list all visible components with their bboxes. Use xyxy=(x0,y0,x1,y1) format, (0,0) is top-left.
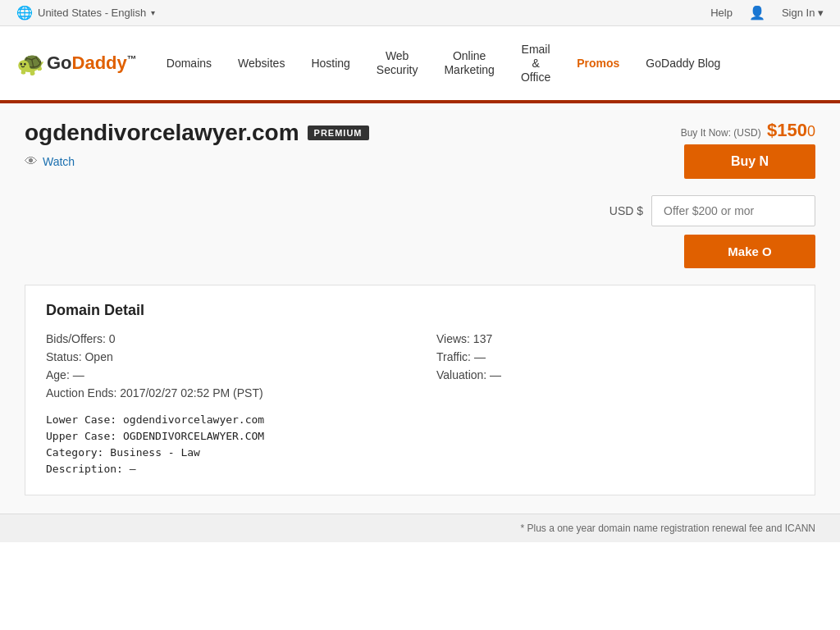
status: Status: Open xyxy=(46,350,404,363)
valuation: Valuation: — xyxy=(436,368,794,381)
domain-header-row: ogdendivorcelawyer.com PREMIUM 👁 Watch B… xyxy=(25,120,815,268)
nav-email-office[interactable]: Email&Office xyxy=(508,26,564,100)
domain-detail-heading: Domain Detail xyxy=(46,302,794,319)
eye-icon: 👁 xyxy=(25,154,38,169)
premium-badge: PREMIUM xyxy=(308,126,369,140)
price-value: $1500 xyxy=(767,120,815,140)
help-link[interactable]: Help xyxy=(710,7,733,19)
locale-selector[interactable]: 🌐 United States - English ▾ xyxy=(16,5,155,21)
footer-note: * Plus a one year domain name registrati… xyxy=(0,514,840,542)
domain-detail-grid: Bids/Offers: 0 Views: 137 Status: Open T… xyxy=(46,332,794,399)
offer-section: USD $ xyxy=(609,195,815,226)
nav-godaddy-blog[interactable]: GoDaddy Blog xyxy=(632,39,733,87)
domain-detail: Domain Detail Bids/Offers: 0 Views: 137 … xyxy=(25,285,815,495)
uppercase-row: Upper Case: OGDENDIVORCELAWYER.COM xyxy=(46,429,794,442)
locale-dropdown-arrow: ▾ xyxy=(151,8,155,17)
category-row: Category: Business - Law xyxy=(46,445,794,459)
top-bar-right: Help 👤 Sign In ▾ xyxy=(710,5,824,21)
watch-link[interactable]: 👁 Watch xyxy=(25,154,609,169)
views: Views: 137 xyxy=(436,332,794,345)
auction-ends: Auction Ends: 2017/02/27 02:52 PM (PST) xyxy=(46,386,794,399)
account-icon: 👤 xyxy=(749,5,765,21)
nav-bar: 🐢 GoDaddy™ Domains Websites Hosting WebS… xyxy=(0,26,840,103)
top-bar: 🌐 United States - English ▾ Help 👤 Sign … xyxy=(0,0,840,26)
locale-text: United States - English xyxy=(38,7,146,19)
right-panel: Buy It Now: (USD) $1500 Buy N USD $ Make… xyxy=(609,120,815,268)
description-value: — xyxy=(130,463,136,475)
bids-offers: Bids/Offers: 0 xyxy=(46,332,404,345)
domain-name-row: ogdendivorcelawyer.com PREMIUM xyxy=(25,120,609,146)
nav-promos[interactable]: Promos xyxy=(564,39,632,87)
nav-hosting[interactable]: Hosting xyxy=(298,39,363,87)
nav-web-security[interactable]: WebSecurity xyxy=(363,33,431,94)
make-offer-button[interactable]: Make O xyxy=(684,235,815,268)
globe-icon: 🌐 xyxy=(16,5,33,21)
usd-label: USD $ xyxy=(609,204,643,217)
domain-name-text: ogdendivorcelawyer.com xyxy=(25,120,299,146)
description-row: Description: — xyxy=(46,462,794,475)
age: Age: — xyxy=(46,368,404,381)
offer-input[interactable] xyxy=(651,195,815,226)
buy-now-button[interactable]: Buy N xyxy=(684,144,815,179)
nav-online-marketing[interactable]: OnlineMarketing xyxy=(431,33,507,94)
lowercase-value: ogdendivorcelawyer.com xyxy=(123,413,264,426)
traffic: Traffic: — xyxy=(436,350,794,363)
buy-it-now-label: Buy It Now: (USD) $1500 xyxy=(668,120,815,141)
sign-in-link[interactable]: Sign In ▾ xyxy=(782,7,824,19)
uppercase-value: OGDENDIVORCELAWYER.COM xyxy=(123,430,264,442)
main-content: ogdendivorcelawyer.com PREMIUM 👁 Watch B… xyxy=(0,103,840,514)
category-value: Business - Law xyxy=(110,446,200,459)
price-panel: Buy It Now: (USD) $1500 Buy N xyxy=(668,120,815,179)
domain-title-area: ogdendivorcelawyer.com PREMIUM 👁 Watch xyxy=(25,120,609,169)
nav-websites[interactable]: Websites xyxy=(225,39,298,87)
watch-label: Watch xyxy=(43,155,75,168)
domain-strings: Lower Case: ogdendivorcelawyer.com Upper… xyxy=(46,413,794,475)
nav-domains[interactable]: Domains xyxy=(153,39,225,87)
logo[interactable]: 🐢 GoDaddy™ xyxy=(16,42,153,85)
lowercase-row: Lower Case: ogdendivorcelawyer.com xyxy=(46,413,794,426)
